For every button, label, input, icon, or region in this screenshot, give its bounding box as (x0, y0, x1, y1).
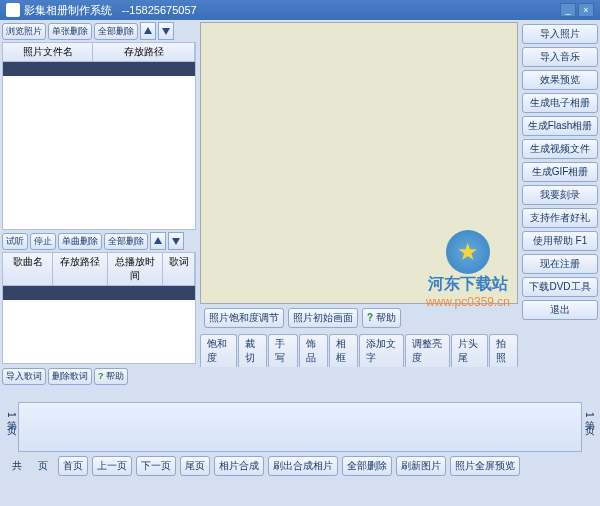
import-lyric-button[interactable]: 导入歌词 (2, 368, 46, 385)
music-up-button[interactable] (150, 232, 166, 250)
svg-marker-0 (144, 27, 152, 34)
app-phone: --15825675057 (122, 4, 197, 16)
music-grid-header: 歌曲名 存放路径 总播放时间 歌词 (2, 252, 196, 286)
tab-text[interactable]: 添加文字 (359, 334, 404, 367)
refresh-compose-button[interactable]: 刷出合成相片 (268, 456, 338, 476)
music-col-name[interactable]: 歌曲名 (3, 253, 53, 285)
help-icon: ? (367, 312, 373, 323)
tab-brightness[interactable]: 调整亮度 (405, 334, 450, 367)
music-down-button[interactable] (168, 232, 184, 250)
photo-grid: 照片文件名 存放路径 (2, 42, 196, 230)
close-button[interactable]: × (578, 3, 594, 17)
edit-tabs: 饱和度 裁切 手写 饰品 相框 添加文字 调整亮度 片头尾 拍照 (200, 332, 518, 369)
gen-ealbum-button[interactable]: 生成电子相册 (522, 93, 598, 113)
download-dvd-button[interactable]: 下载DVD工具 (522, 277, 598, 297)
svg-marker-1 (162, 28, 170, 35)
bottom-nav: 共 页 首页 上一页 下一页 尾页 相片合成 刷出合成相片 全部删除 刷新图片 … (2, 452, 598, 480)
lyric-toolbar: 导入歌词 删除歌词 ? 帮助 (2, 366, 196, 387)
music-grid: 歌曲名 存放路径 总播放时间 歌词 (2, 252, 196, 364)
import-music-button[interactable]: 导入音乐 (522, 47, 598, 67)
import-photo-button[interactable]: 导入照片 (522, 24, 598, 44)
delete-all-compose-button[interactable]: 全部删除 (342, 456, 392, 476)
total-suffix: 页 (32, 457, 54, 475)
app-icon (6, 3, 20, 17)
minimize-button[interactable]: _ (560, 3, 576, 17)
delete-all-music-button[interactable]: 全部删除 (104, 233, 148, 250)
first-page-button[interactable]: 首页 (58, 456, 88, 476)
next-page-button[interactable]: 下一页 (136, 456, 176, 476)
total-prefix: 共 (6, 457, 28, 475)
photo-toolbar: 浏览照片 单张删除 全部删除 (2, 22, 196, 40)
page-indicator-right: 第1页 (582, 412, 596, 418)
tab-crop[interactable]: 裁切 (238, 334, 267, 367)
tab-titles[interactable]: 片头尾 (451, 334, 488, 367)
delete-one-photo-button[interactable]: 单张删除 (48, 23, 92, 40)
music-row-marker (3, 286, 195, 300)
lyric-help-button[interactable]: ? 帮助 (94, 368, 128, 385)
tab-ornament[interactable]: 饰品 (299, 334, 328, 367)
preview-music-button[interactable]: 试听 (2, 233, 28, 250)
support-button[interactable]: 支持作者好礼 (522, 208, 598, 228)
delete-lyric-button[interactable]: 删除歌词 (48, 368, 92, 385)
stop-music-button[interactable]: 停止 (30, 233, 56, 250)
music-col-path[interactable]: 存放路径 (53, 253, 108, 285)
tab-saturation[interactable]: 饱和度 (200, 334, 237, 367)
window-controls: _ × (560, 3, 594, 17)
music-col-lyric[interactable]: 歌词 (163, 253, 195, 285)
compose-button[interactable]: 相片合成 (214, 456, 264, 476)
refresh-image-button[interactable]: 刷新图片 (396, 456, 446, 476)
prev-page-button[interactable]: 上一页 (92, 456, 132, 476)
photo-grid-body[interactable] (2, 62, 196, 230)
saturation-button[interactable]: 照片饱和度调节 (204, 308, 284, 328)
svg-marker-3 (172, 238, 180, 245)
music-toolbar: 试听 停止 单曲删除 全部删除 (2, 232, 196, 250)
gen-video-button[interactable]: 生成视频文件 (522, 139, 598, 159)
burn-button[interactable]: 我要刻录 (522, 185, 598, 205)
help-f1-button[interactable]: 使用帮助 F1 (522, 231, 598, 251)
initial-frame-button[interactable]: 照片初始画面 (288, 308, 358, 328)
gen-gif-button[interactable]: 生成GIF相册 (522, 162, 598, 182)
delete-one-music-button[interactable]: 单曲删除 (58, 233, 102, 250)
last-page-button[interactable]: 尾页 (180, 456, 210, 476)
fullscreen-preview-button[interactable]: 照片全屏预览 (450, 456, 520, 476)
effect-preview-button[interactable]: 效果预览 (522, 70, 598, 90)
music-grid-body[interactable] (2, 286, 196, 364)
delete-all-photo-button[interactable]: 全部删除 (94, 23, 138, 40)
preview-toolbar: 照片饱和度调节 照片初始画面 ? 帮助 (200, 304, 518, 332)
photo-down-button[interactable] (158, 22, 174, 40)
photo-grid-header: 照片文件名 存放路径 (2, 42, 196, 62)
app-title: 影集相册制作系统 (24, 3, 112, 18)
tab-handwrite[interactable]: 手写 (268, 334, 297, 367)
page-indicator-left: 第1页 (4, 412, 18, 418)
tab-snapshot[interactable]: 拍照 (489, 334, 518, 367)
photo-row-marker (3, 62, 195, 76)
photo-col-path[interactable]: 存放路径 (93, 43, 195, 61)
help-icon: ? (98, 371, 104, 381)
edit-strip[interactable] (18, 402, 582, 452)
titlebar: 影集相册制作系统 --15825675057 _ × (0, 0, 600, 20)
photo-up-button[interactable] (140, 22, 156, 40)
register-button[interactable]: 现在注册 (522, 254, 598, 274)
music-col-time[interactable]: 总播放时间 (108, 253, 163, 285)
tab-frame[interactable]: 相框 (329, 334, 358, 367)
preview-help-button[interactable]: ? 帮助 (362, 308, 401, 328)
exit-button[interactable]: 退出 (522, 300, 598, 320)
gen-flash-button[interactable]: 生成Flash相册 (522, 116, 598, 136)
preview-canvas[interactable] (200, 22, 518, 304)
browse-photo-button[interactable]: 浏览照片 (2, 23, 46, 40)
photo-col-name[interactable]: 照片文件名 (3, 43, 93, 61)
svg-marker-2 (154, 237, 162, 244)
